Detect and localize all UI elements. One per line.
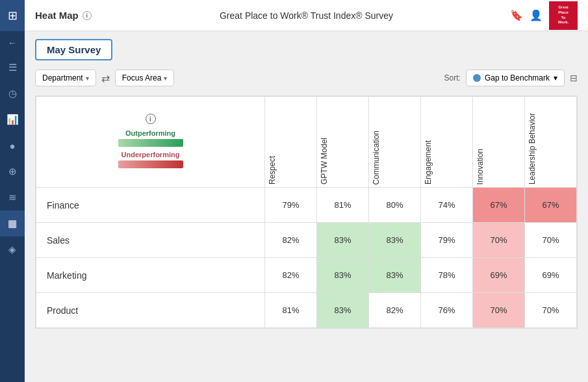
sidebar-icon-link[interactable]: ⊕ (0, 159, 25, 185)
content-area: May Survey Department ▾ ⇄ Focus Area ▾ S… (25, 31, 588, 382)
legend-outperform-label: Outperforming (44, 129, 257, 137)
cell-sales-0: 82% (265, 223, 317, 258)
advanced-filter-icon[interactable]: ⊟ (570, 73, 578, 83)
cell-marketing-1: 83% (317, 258, 369, 293)
cell-product-2: 82% (369, 293, 421, 328)
cell-sales-5: 70% (525, 223, 577, 258)
survey-badge: May Survey (35, 39, 112, 60)
col-label-communication: Communication (372, 125, 381, 185)
row-label-sales: Sales (36, 223, 265, 258)
legend-bar-red (118, 160, 183, 168)
col-header-respect: Respect (265, 97, 317, 188)
table-header-row: i Outperforming Underperforming Respect (36, 97, 577, 188)
row-label-marketing: Marketing (36, 258, 265, 293)
cell-product-1: 83% (317, 293, 369, 328)
col-header-engagement: Engagement (421, 97, 473, 188)
filter-bar: Department ▾ ⇄ Focus Area ▾ Sort: Gap to… (35, 70, 578, 86)
department-label: Department (42, 73, 83, 83)
cell-finance-3: 74% (421, 188, 473, 223)
cell-sales-4: 70% (473, 223, 525, 258)
department-chevron: ▾ (86, 75, 89, 82)
col-header-leadership: Leadership Behavior (525, 97, 577, 188)
top-bar-right: 🔖 👤 Great Place To Work. (500, 1, 578, 30)
sidebar-icon-filter[interactable]: ≋ (0, 185, 25, 210)
table-row: Product81%83%82%76%70%70% (36, 293, 577, 328)
sidebar-icon-list[interactable]: ☰ (0, 55, 25, 81)
cell-sales-3: 79% (421, 223, 473, 258)
cell-finance-4: 67% (473, 188, 525, 223)
cell-sales-1: 83% (317, 223, 369, 258)
cell-product-0: 81% (265, 293, 317, 328)
col-header-communication: Communication (369, 97, 421, 188)
page-subtitle: Great Place to Work® Trust Index® Survey (113, 10, 500, 21)
swap-icon[interactable]: ⇄ (101, 72, 110, 84)
bookmark-icon[interactable]: 🔖 (510, 9, 523, 21)
main-area: Heat Map i Great Place to Work® Trust In… (25, 0, 588, 382)
focus-area-label: Focus Area (122, 73, 162, 83)
cell-sales-2: 83% (369, 223, 421, 258)
col-label-respect: Respect (268, 151, 277, 185)
sort-select[interactable]: Gap to Benchmark ▾ (466, 70, 565, 86)
page-title-left: Heat Map (35, 10, 79, 21)
cell-finance-0: 79% (265, 188, 317, 223)
cell-product-4: 70% (473, 293, 525, 328)
cell-finance-5: 67% (525, 188, 577, 223)
table-row: Sales82%83%83%79%70%70% (36, 223, 577, 258)
cell-marketing-3: 78% (421, 258, 473, 293)
legend-underperform-label: Underperforming (44, 151, 257, 159)
sort-label: Sort: (444, 73, 461, 83)
sidebar-icon-circle[interactable]: ● (0, 133, 25, 159)
col-label-engagement: Engagement (424, 135, 433, 185)
sidebar-icon-clock[interactable]: ◷ (0, 81, 25, 107)
table-row: Finance79%81%80%74%67%67% (36, 188, 577, 223)
col-header-innovation: Innovation (473, 97, 525, 188)
row-label-finance: Finance (36, 188, 265, 223)
col-label-innovation: Innovation (476, 144, 485, 185)
cell-finance-2: 80% (369, 188, 421, 223)
heatmap-table-container: i Outperforming Underperforming Respect (35, 96, 578, 329)
heatmap-table: i Outperforming Underperforming Respect (36, 96, 577, 328)
cell-product-5: 70% (525, 293, 577, 328)
sidebar: ⊞ ← ☰ ◷ 📊 ● ⊕ ≋ ▦ ◈ (0, 0, 25, 382)
cell-product-3: 76% (421, 293, 473, 328)
user-icon[interactable]: 👤 (530, 9, 543, 21)
gptw-logo: Great Place To Work. (549, 1, 578, 30)
focus-area-chevron: ▾ (164, 75, 167, 82)
cell-marketing-5: 69% (525, 258, 577, 293)
legend-info-icon: i (146, 114, 156, 124)
sort-value: Gap to Benchmark (485, 73, 550, 83)
sort-dot (473, 74, 481, 82)
col-label-gptw: GPTW Model (320, 133, 329, 185)
sidebar-top-icon[interactable]: ⊞ (0, 0, 25, 31)
sort-chevron: ▾ (554, 73, 557, 83)
cell-marketing-0: 82% (265, 258, 317, 293)
legend-bar-green (118, 139, 183, 147)
col-header-gptw: GPTW Model (317, 97, 369, 188)
legend-cell: i Outperforming Underperforming (36, 97, 265, 188)
col-label-leadership: Leadership Behavior (528, 108, 537, 185)
sort-section: Sort: Gap to Benchmark ▾ ⊟ (444, 70, 578, 86)
cell-finance-1: 81% (317, 188, 369, 223)
top-bar: Heat Map i Great Place to Work® Trust In… (25, 0, 588, 31)
row-label-product: Product (36, 293, 265, 328)
cell-marketing-4: 69% (473, 258, 525, 293)
back-button[interactable]: ← (0, 31, 25, 55)
sidebar-icon-chart[interactable]: 📊 (0, 107, 25, 133)
sidebar-icon-heatmap[interactable]: ▦ (0, 210, 25, 236)
focus-area-filter[interactable]: Focus Area ▾ (115, 70, 175, 86)
department-filter[interactable]: Department ▾ (35, 70, 96, 86)
info-icon-topbar: i (83, 11, 92, 20)
table-row: Marketing82%83%83%78%69%69% (36, 258, 577, 293)
cell-marketing-2: 83% (369, 258, 421, 293)
sidebar-icon-diamond[interactable]: ◈ (0, 236, 25, 262)
